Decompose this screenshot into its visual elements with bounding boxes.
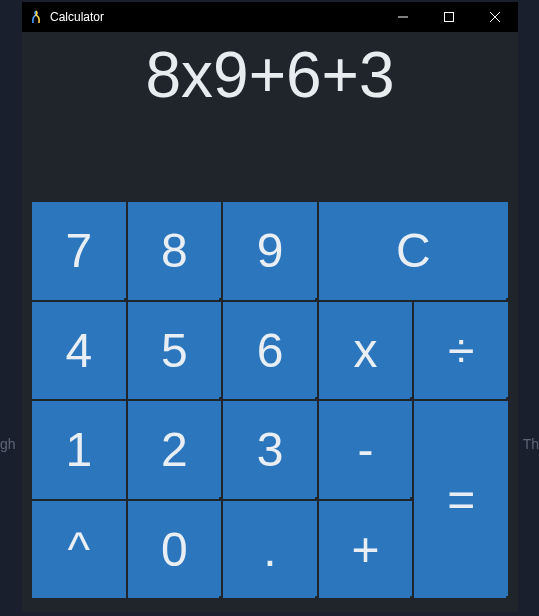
key-power[interactable]: ^ xyxy=(32,501,126,599)
key-minus[interactable]: - xyxy=(319,401,413,499)
calculator-window: Calculator 8x9+6+3 7 8 9 C 4 5 6 x ÷ 1 2… xyxy=(22,2,518,612)
background-text-right: Th xyxy=(523,436,539,452)
svg-rect-1 xyxy=(445,13,454,22)
minimize-button[interactable] xyxy=(380,2,426,32)
window-controls xyxy=(380,2,518,32)
key-2[interactable]: 2 xyxy=(128,401,222,499)
window-title: Calculator xyxy=(50,10,380,24)
key-equals[interactable]: = xyxy=(414,401,508,598)
key-8[interactable]: 8 xyxy=(128,202,222,300)
app-icon xyxy=(30,10,44,24)
key-divide[interactable]: ÷ xyxy=(414,302,508,400)
display-area: 8x9+6+3 xyxy=(22,32,518,192)
titlebar: Calculator xyxy=(22,2,518,32)
background-text-left: gh xyxy=(0,436,16,452)
key-6[interactable]: 6 xyxy=(223,302,317,400)
maximize-button[interactable] xyxy=(426,2,472,32)
key-decimal[interactable]: . xyxy=(223,501,317,599)
close-button[interactable] xyxy=(472,2,518,32)
key-7[interactable]: 7 xyxy=(32,202,126,300)
key-0[interactable]: 0 xyxy=(128,501,222,599)
key-5[interactable]: 5 xyxy=(128,302,222,400)
expression-display: 8x9+6+3 xyxy=(145,38,394,112)
keypad: 7 8 9 C 4 5 6 x ÷ 1 2 3 - = ^ 0 . + xyxy=(22,192,518,612)
key-9[interactable]: 9 xyxy=(223,202,317,300)
key-4[interactable]: 4 xyxy=(32,302,126,400)
key-clear[interactable]: C xyxy=(319,202,508,300)
key-plus[interactable]: + xyxy=(319,501,413,599)
key-multiply[interactable]: x xyxy=(319,302,413,400)
key-3[interactable]: 3 xyxy=(223,401,317,499)
key-1[interactable]: 1 xyxy=(32,401,126,499)
